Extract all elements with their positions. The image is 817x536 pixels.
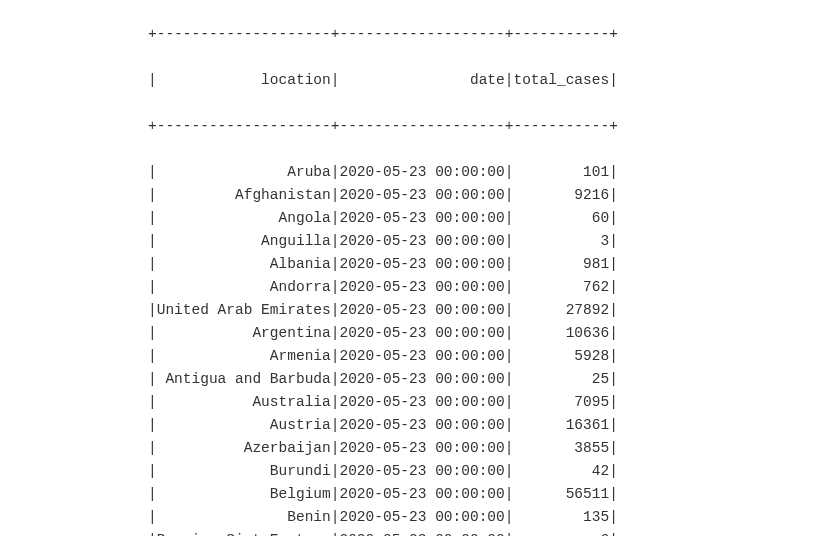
table-row: | Antigua and Barbuda|2020-05-23 00:00:0…: [148, 368, 817, 391]
table-row: | Belgium|2020-05-23 00:00:00| 56511|: [148, 483, 817, 506]
table-row: | Austria|2020-05-23 00:00:00| 16361|: [148, 414, 817, 437]
table-row: | Argentina|2020-05-23 00:00:00| 10636|: [148, 322, 817, 345]
table-row: | Benin|2020-05-23 00:00:00| 135|: [148, 506, 817, 529]
table-row: | Afghanistan|2020-05-23 00:00:00| 9216|: [148, 184, 817, 207]
table-row: | Burundi|2020-05-23 00:00:00| 42|: [148, 460, 817, 483]
table-border-top: +--------------------+------------------…: [148, 23, 817, 46]
table-row: | Aruba|2020-05-23 00:00:00| 101|: [148, 161, 817, 184]
table-body: | Aruba|2020-05-23 00:00:00| 101|| Afgha…: [148, 161, 817, 536]
header-row: | location| date|total_cases|: [148, 69, 817, 92]
table-row: | Andorra|2020-05-23 00:00:00| 762|: [148, 276, 817, 299]
table-row: |United Arab Emirates|2020-05-23 00:00:0…: [148, 299, 817, 322]
table-border-mid: +--------------------+------------------…: [148, 115, 817, 138]
table-row: | Anguilla|2020-05-23 00:00:00| 3|: [148, 230, 817, 253]
table-row: | Albania|2020-05-23 00:00:00| 981|: [148, 253, 817, 276]
table-row: | Armenia|2020-05-23 00:00:00| 5928|: [148, 345, 817, 368]
ascii-table: +--------------------+------------------…: [0, 0, 817, 536]
table-row: | Australia|2020-05-23 00:00:00| 7095|: [148, 391, 817, 414]
table-row: | Angola|2020-05-23 00:00:00| 60|: [148, 207, 817, 230]
table-row: |Bonaire Sint Eust...|2020-05-23 00:00:0…: [148, 529, 817, 536]
table-row: | Azerbaijan|2020-05-23 00:00:00| 3855|: [148, 437, 817, 460]
